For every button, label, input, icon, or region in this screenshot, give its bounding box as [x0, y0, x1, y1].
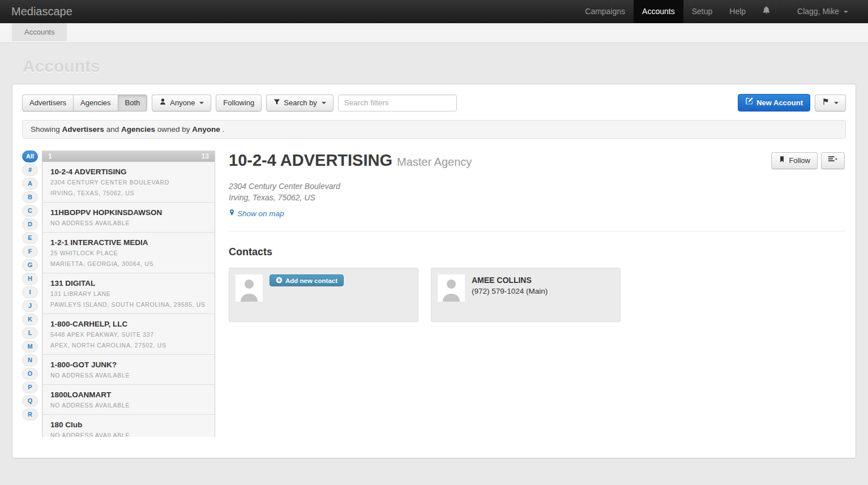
search-by-label: Search by: [284, 98, 317, 108]
account-list-item[interactable]: 1800LOANMARTNO ADDRESS AVAILABLE: [42, 385, 215, 415]
filter-agencies-button[interactable]: Agencies: [73, 95, 118, 111]
show-on-map-label: Show on map: [237, 209, 284, 218]
list-pagination-header[interactable]: 1 13: [42, 151, 215, 162]
account-list-item-name: 1800LOANMART: [50, 389, 207, 400]
contact-name: AMEE COLLINS: [472, 274, 548, 286]
search-by-dropdown[interactable]: Search by: [266, 95, 333, 111]
account-list-column: 1 13 10-2-4 ADVERTISING2304 CENTURY CENT…: [42, 151, 215, 437]
status-bar: Showing Advertisers and Agencies owned b…: [22, 120, 846, 139]
alpha-pill-e[interactable]: E: [22, 232, 38, 244]
user-menu[interactable]: Clagg, Mike: [789, 0, 857, 23]
detail-actions-dropdown[interactable]: [821, 152, 845, 169]
status-owner: Anyone: [192, 125, 220, 134]
filter-icon: [273, 98, 280, 108]
user-name: Clagg, Mike: [797, 0, 839, 23]
account-list-item-name: 1-800-CARHELP, LLC: [50, 319, 207, 329]
account-list-item-address: NO ADDRESS AVAILABLE: [50, 370, 207, 381]
alpha-pill-#[interactable]: #: [22, 164, 38, 176]
alpha-pill-m[interactable]: M: [22, 341, 38, 353]
accounts-panel: Advertisers Agencies Both Anyone Followi…: [12, 84, 856, 458]
add-new-contact-button[interactable]: Add new contact: [270, 274, 344, 286]
flag-icon: [822, 98, 829, 108]
caret-down-icon: [199, 102, 204, 104]
bell-icon: [762, 0, 771, 23]
account-list-item-name: 131 DIGITAL: [50, 278, 207, 289]
new-account-button[interactable]: New Account: [738, 94, 810, 111]
alpha-pill-a[interactable]: A: [22, 178, 38, 190]
app-brand: Mediascape: [11, 0, 72, 23]
account-list-item-address: 25 WHITLOCK PLACE: [50, 248, 207, 259]
account-list-item[interactable]: 1-800-GOT JUNK?NO ADDRESS AVAILABLE: [42, 355, 215, 385]
tab-accounts[interactable]: Accounts: [12, 23, 67, 41]
following-button[interactable]: Following: [216, 95, 262, 111]
account-address: 2304 Century Center Boulevard Irving, Te…: [229, 181, 845, 203]
list-range-end: 13: [202, 152, 209, 160]
alpha-pill-k[interactable]: K: [22, 314, 38, 325]
account-list-item-address: NO ADDRESS AVAILABLE: [50, 430, 207, 437]
show-on-map-link[interactable]: Show on map: [229, 209, 284, 218]
filter-advertisers-button[interactable]: Advertisers: [22, 95, 74, 111]
alpha-pill-p[interactable]: P: [22, 381, 38, 393]
avatar-silhouette-icon: [438, 274, 465, 302]
flag-filter-dropdown[interactable]: [815, 95, 846, 111]
map-marker-icon: [229, 209, 235, 218]
address-line-2: Irving, Texas, 75062, US: [229, 192, 845, 203]
filter-toolbar: Advertisers Agencies Both Anyone Followi…: [22, 94, 846, 111]
type-filter-group: Advertisers Agencies Both: [22, 95, 147, 111]
account-list-item-name: 180 Club: [50, 419, 207, 430]
account-list-item[interactable]: 131 DIGITAL131 LIBRARY LANEPAWLEYS ISLAN…: [42, 273, 215, 314]
nav-item-help[interactable]: Help: [721, 0, 754, 23]
follow-label: Follow: [789, 156, 810, 166]
account-list-item-address: 131 LIBRARY LANE: [50, 289, 207, 299]
alpha-pill-q[interactable]: Q: [22, 395, 38, 407]
contact-phone: (972) 579-1024 (Main): [472, 286, 548, 297]
contact-card[interactable]: AMEE COLLINS (972) 579-1024 (Main): [431, 268, 621, 322]
account-list-item[interactable]: 10-2-4 ADVERTISING2304 CENTURY CENTER BO…: [42, 162, 215, 203]
alpha-pill-b[interactable]: B: [22, 191, 38, 203]
tab-strip: Accounts: [0, 23, 868, 43]
nav-item-accounts[interactable]: Accounts: [634, 0, 683, 23]
nav-item-campaigns[interactable]: Campaigns: [576, 0, 634, 23]
alpha-pill-l[interactable]: L: [22, 327, 38, 339]
caret-down-icon: [844, 11, 848, 13]
account-list-item[interactable]: 1-2-1 INTERACTIVE MEDIA25 WHITLOCK PLACE…: [42, 233, 215, 273]
alpha-pill-d[interactable]: D: [22, 218, 38, 230]
detail-divider: [229, 231, 845, 231]
account-list-item-address: NO ADDRESS AVAILABLE: [50, 400, 207, 411]
search-filters-input[interactable]: [338, 95, 457, 111]
content-area: All#ABCDEFGHIJKLMNOPQR 1 13 10-2-4 ADVER…: [22, 151, 846, 437]
alpha-pill-i[interactable]: I: [22, 286, 38, 298]
account-list-item-address: APEX, NORTH CAROLINA, 27502, US: [50, 340, 207, 351]
account-list-item-name: 10-2-4 ADVERTISING: [50, 166, 207, 177]
account-list-item-address: MARIETTA, GEORGIA, 30064, US: [50, 259, 207, 269]
add-new-contact-label: Add new contact: [285, 277, 337, 284]
owner-filter-label: Anyone: [170, 98, 195, 108]
account-list-item[interactable]: 180 ClubNO ADDRESS AVAILABLE: [42, 415, 215, 437]
alpha-pill-j[interactable]: J: [22, 300, 38, 312]
alpha-pill-c[interactable]: C: [22, 205, 38, 217]
owner-filter-dropdown[interactable]: Anyone: [152, 95, 211, 111]
list-menu-icon: [828, 156, 837, 166]
alpha-pill-r[interactable]: R: [22, 409, 38, 420]
follow-button[interactable]: Follow: [771, 152, 818, 169]
account-list-item-address: IRVING, TEXAS, 75062, US: [50, 188, 207, 199]
status-text: Showing: [31, 125, 60, 134]
filter-both-button[interactable]: Both: [118, 95, 148, 111]
notifications-button[interactable]: [754, 0, 779, 23]
alpha-pill-h[interactable]: H: [22, 273, 38, 285]
address-line-1: 2304 Century Center Boulevard: [229, 181, 845, 192]
alpha-pill-o[interactable]: O: [22, 368, 38, 380]
account-list-item[interactable]: 11HBOPPV HOPKINSDAWSONNO ADDRESS AVAILAB…: [42, 203, 215, 233]
account-list-item-address: PAWLEYS ISLAND, SOUTH CAROLINA, 29585, U…: [50, 299, 207, 310]
alpha-pill-g[interactable]: G: [22, 259, 38, 271]
page-title: Accounts: [0, 43, 868, 84]
account-list-item[interactable]: 1-800-CARHELP, LLC5448 APEX PEAKWAY, SUI…: [42, 314, 215, 355]
person-icon: [159, 98, 166, 108]
nav-item-setup[interactable]: Setup: [683, 0, 721, 23]
alpha-pill-n[interactable]: N: [22, 354, 38, 366]
status-type1: Advertisers: [62, 125, 104, 134]
alpha-pill-f[interactable]: F: [22, 246, 38, 257]
caret-down-icon: [322, 102, 326, 104]
avatar-silhouette-icon: [236, 274, 263, 302]
alpha-pill-all[interactable]: All: [22, 151, 38, 162]
